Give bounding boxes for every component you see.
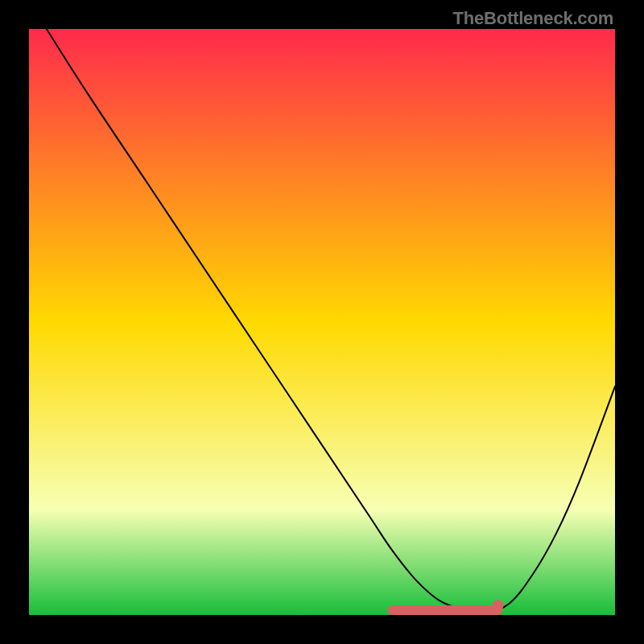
plot-area [29,29,615,615]
chart-svg [29,29,615,615]
gradient-background [29,29,615,615]
optimal-point-marker [492,600,503,611]
watermark-text: TheBottleneck.com [452,8,613,29]
chart-frame: TheBottleneck.com [0,0,644,644]
